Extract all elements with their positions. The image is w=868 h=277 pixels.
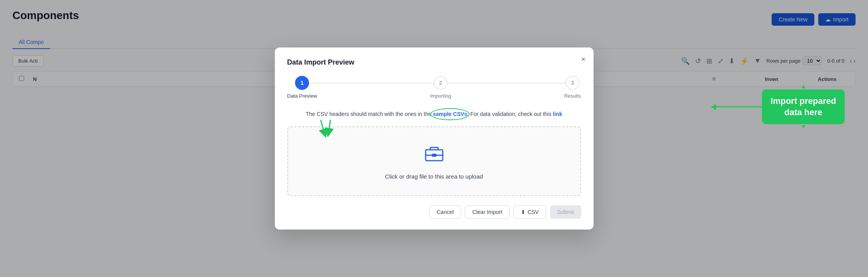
step-1-circle: 1 (295, 76, 309, 90)
step-1: 1 Data Preview (287, 76, 317, 99)
inbox-upload-icon (423, 143, 445, 168)
arrow-line (711, 106, 762, 107)
annotation-container: Import prepared data here (711, 89, 845, 124)
download-csv-icon: ⬇ (521, 209, 526, 215)
sample-csvs-link[interactable]: sample CSVs (433, 110, 467, 118)
step-2-circle: 2 (433, 76, 447, 90)
validation-link[interactable]: link (553, 111, 562, 117)
modal-title: Data Import Preview (287, 58, 581, 67)
upload-area-text: Click or drag file to this area to uploa… (385, 173, 483, 180)
data-import-modal: Data Import Preview × 1 Data Preview 2 I… (275, 47, 594, 229)
clear-import-button[interactable]: Clear Import (465, 205, 510, 219)
modal-footer: Cancel Clear Import ⬇ CSV Submit (287, 205, 581, 219)
svg-rect-2 (432, 154, 437, 157)
step-3: 3 Results (564, 76, 581, 99)
cancel-button[interactable]: Cancel (430, 205, 461, 219)
close-button[interactable]: × (581, 55, 586, 63)
modal-overlay: Data Import Preview × 1 Data Preview 2 I… (0, 0, 868, 277)
step-3-circle: 3 (566, 76, 580, 90)
csv-button[interactable]: ⬇ CSV (513, 205, 546, 219)
annotation-arrow (711, 106, 762, 107)
step-2-label: Importing (430, 93, 451, 99)
annotation-box: Import prepared data here (762, 89, 845, 124)
stepper: 1 Data Preview 2 Importing 3 Results (287, 76, 581, 99)
submit-button[interactable]: Submit (550, 205, 581, 219)
step-2: 2 Importing (430, 76, 451, 99)
upload-area[interactable]: Click or drag file to this area to uploa… (287, 126, 581, 196)
csv-info-text: The CSV headers should match with the on… (287, 110, 581, 118)
step-1-label: Data Preview (287, 93, 317, 99)
step-3-label: Results (564, 93, 581, 99)
